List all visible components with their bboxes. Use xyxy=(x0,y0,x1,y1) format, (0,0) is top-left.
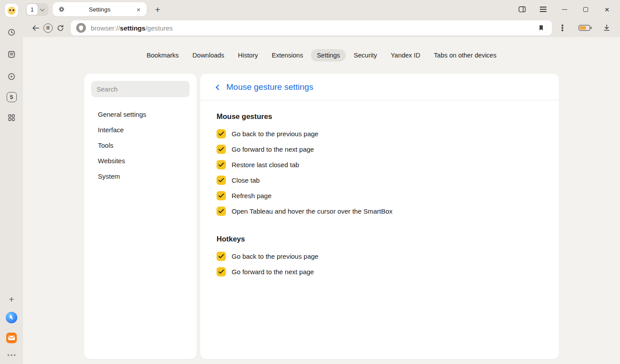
sidebar-item-system[interactable]: System xyxy=(91,169,190,184)
maximize-button[interactable] xyxy=(580,4,592,15)
tab-bar: 1 Settings × + xyxy=(23,0,620,19)
tab-close-icon[interactable]: × xyxy=(135,5,143,13)
rail-more-icon[interactable] xyxy=(11,354,12,356)
gesture-row: Refresh page xyxy=(217,188,542,203)
address-bar[interactable]: browser://settings/gestures xyxy=(71,20,552,35)
hamburger-icon xyxy=(540,9,546,10)
gesture-label: Open Tableau and hover the cursor over t… xyxy=(232,207,392,215)
new-tab-button[interactable]: + xyxy=(152,4,163,15)
chevron-left-icon xyxy=(216,84,221,90)
gesture-label: Refresh page xyxy=(232,192,271,199)
history-icon[interactable] xyxy=(5,26,18,39)
tab-group[interactable]: 1 xyxy=(26,3,48,16)
search-input[interactable] xyxy=(91,81,190,97)
gesture-label: Restore last closed tab xyxy=(232,161,299,169)
url-highlight: settings xyxy=(120,24,146,32)
settings-page: Bookmarks Downloads History Extensions S… xyxy=(23,37,620,364)
browser-chrome: 1 Settings × + xyxy=(23,0,620,37)
sidebar-item-websites[interactable]: Websites xyxy=(91,153,190,169)
gesture-label: Go back to the previous page xyxy=(232,130,318,138)
nav-tab-settings[interactable]: Settings xyxy=(311,49,345,61)
gesture-row: Go back to the previous page xyxy=(217,126,542,142)
kebab-icon xyxy=(562,27,563,28)
hotkey-row: Go back to the previous page xyxy=(217,249,542,264)
profile-avatar[interactable] xyxy=(5,4,18,17)
sidebar-item-general-settings[interactable]: General settings xyxy=(91,107,190,122)
tab-settings[interactable]: Settings × xyxy=(53,2,147,16)
nav-tab-other-devices[interactable]: Tabs on other devices xyxy=(428,49,502,61)
address-toolbar: Я browser://settings/gestures xyxy=(23,19,620,37)
checkbox-checked[interactable] xyxy=(217,252,226,261)
page-title-link[interactable]: Mouse gesture settings xyxy=(200,74,559,100)
yandex-icon: Я xyxy=(43,23,53,33)
nav-tab-bookmarks[interactable]: Bookmarks xyxy=(141,49,185,61)
url-prefix: browser:// xyxy=(91,24,120,32)
settings-menu: General settings Interface Tools Website… xyxy=(91,107,190,184)
checkbox-checked[interactable] xyxy=(217,267,226,276)
tab-group-count: 1 xyxy=(27,4,38,15)
checkbox-checked[interactable] xyxy=(217,207,226,216)
tab-counter-badge[interactable]: 5 xyxy=(7,92,17,102)
gesture-label: Close tab xyxy=(232,176,260,184)
section-hotkeys: Hotkeys Go back to the previous page Go … xyxy=(217,235,542,280)
page-title: Mouse gesture settings xyxy=(226,82,313,92)
section-heading: Hotkeys xyxy=(217,235,542,243)
more-menu-button[interactable] xyxy=(556,22,569,34)
url-text: browser://settings/gestures xyxy=(91,24,173,32)
bookmark-button[interactable] xyxy=(536,23,546,33)
battery-indicator[interactable] xyxy=(578,22,591,34)
section-heading: Mouse gestures xyxy=(217,112,542,121)
gesture-settings-body: Mouse gestures Go back to the previous p… xyxy=(200,100,559,291)
browser-app-icon[interactable] xyxy=(5,311,18,324)
gear-icon xyxy=(58,6,65,15)
close-icon: × xyxy=(604,5,609,14)
refresh-button[interactable] xyxy=(54,22,66,34)
media-play-icon[interactable] xyxy=(5,70,18,83)
nav-tab-security[interactable]: Security xyxy=(348,49,383,61)
mail-app-icon[interactable] xyxy=(5,331,18,345)
avatar-face xyxy=(8,7,16,15)
hotkey-row: Go forward to the next page xyxy=(217,264,542,280)
gesture-settings-card: Mouse gesture settings Mouse gestures Go… xyxy=(200,74,559,359)
gesture-row: Restore last closed tab xyxy=(217,157,542,172)
app-rail: 5 + xyxy=(0,0,23,364)
feed-icon[interactable] xyxy=(5,48,18,61)
maximize-icon xyxy=(583,7,588,12)
gesture-row: Close tab xyxy=(217,172,542,188)
checkbox-checked[interactable] xyxy=(217,191,226,200)
avatar-eyes xyxy=(9,9,11,11)
hotkey-label: Go forward to the next page xyxy=(232,268,314,276)
rail-add-icon[interactable]: + xyxy=(9,295,14,304)
nav-tab-downloads[interactable]: Downloads xyxy=(187,49,230,61)
close-button[interactable]: × xyxy=(601,4,613,15)
nav-tab-history[interactable]: History xyxy=(232,49,264,61)
apps-grid-icon[interactable] xyxy=(5,111,18,124)
back-button[interactable] xyxy=(29,22,42,34)
gesture-row: Open Tableau and hover the cursor over t… xyxy=(217,203,542,219)
yandex-id-button[interactable]: Я xyxy=(42,22,54,34)
downloads-button[interactable] xyxy=(601,22,613,34)
minimize-button[interactable] xyxy=(558,4,570,15)
settings-nav: Bookmarks Downloads History Extensions S… xyxy=(23,49,620,61)
sidebar-item-tools[interactable]: Tools xyxy=(91,138,190,153)
sidebar-item-interface[interactable]: Interface xyxy=(91,122,190,138)
url-suffix: /gestures xyxy=(145,24,173,32)
checkbox-checked[interactable] xyxy=(217,145,226,154)
menu-button[interactable] xyxy=(537,4,549,15)
shield-icon[interactable] xyxy=(76,23,86,33)
chevron-down-icon xyxy=(40,7,45,11)
gesture-label: Go forward to the next page xyxy=(232,146,314,153)
checkbox-checked[interactable] xyxy=(217,160,226,169)
side-panel-button[interactable] xyxy=(516,4,528,15)
section-mouse-gestures: Mouse gestures Go back to the previous p… xyxy=(217,112,542,219)
checkbox-checked[interactable] xyxy=(217,129,226,138)
minimize-icon xyxy=(562,9,567,10)
tab-title: Settings xyxy=(89,6,111,13)
nav-tab-yandex-id[interactable]: Yandex ID xyxy=(385,49,426,61)
checkbox-checked[interactable] xyxy=(217,176,226,185)
settings-sidebar-card: General settings Interface Tools Website… xyxy=(84,74,197,359)
hotkey-label: Go back to the previous page xyxy=(232,253,318,260)
gesture-row: Go forward to the next page xyxy=(217,142,542,157)
nav-tab-extensions[interactable]: Extensions xyxy=(266,49,309,61)
